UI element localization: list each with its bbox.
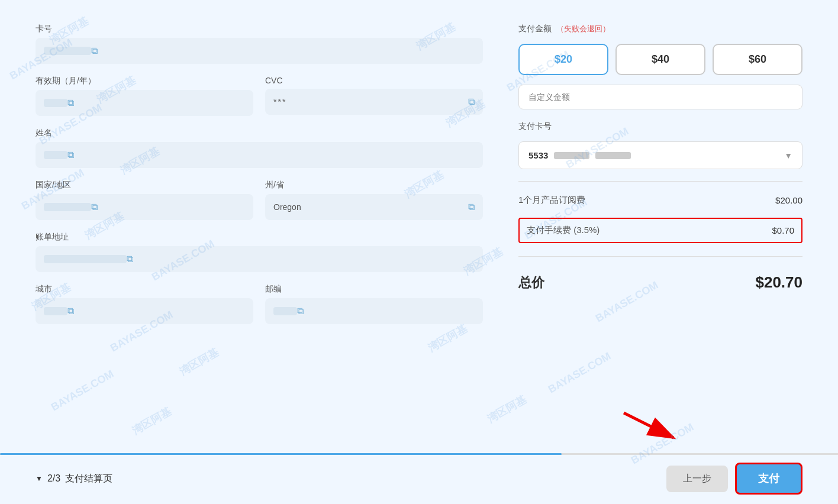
card-number-prefix: 5533 (528, 150, 548, 160)
prev-button[interactable]: 上一步 (666, 466, 728, 492)
left-panel: 卡号 ⧉ 有效期（月/年） ⧉ CVC ** (36, 24, 483, 441)
city-group: 城市 ⧉ (36, 284, 253, 324)
cvc-copy-icon[interactable]: ⧉ (468, 96, 475, 107)
page-container: 卡号 ⧉ 有效期（月/年） ⧉ CVC ** (0, 0, 838, 504)
card-number-blurred (44, 47, 91, 55)
progress-bar-fill (0, 453, 562, 455)
card-number-right-label: 支付卡号 (518, 121, 802, 132)
amount-btn-40[interactable]: $40 (615, 44, 705, 75)
zip-group: 邮编 ⧉ (265, 284, 483, 324)
step-triangle-icon: ▼ (36, 474, 43, 483)
state-label: 州/省 (265, 180, 483, 190)
bottom-actions: 上一步 支付 (666, 463, 802, 495)
name-group: 姓名 ⧉ (36, 128, 483, 168)
progress-bar-container (0, 453, 838, 455)
country-label: 国家/地区 (36, 180, 253, 190)
state-group: 州/省 Oregon ⧉ (265, 180, 483, 220)
step-indicator: ▼ 2/3 支付结算页 (36, 473, 112, 485)
card-number-blurred-2 (595, 152, 631, 159)
city-blurred (44, 307, 67, 315)
card-number-group: 卡号 ⧉ (36, 24, 483, 64)
amount-btn-60[interactable]: $60 (713, 44, 802, 75)
total-row: 总价 $20.70 (518, 269, 802, 296)
country-input-wrapper[interactable]: ⧉ (36, 194, 253, 220)
amount-buttons: $20 $40 $60 (518, 44, 802, 75)
state-value: Oregon (273, 202, 468, 212)
refund-note: （失败会退回） (556, 24, 610, 34)
cvc-label: CVC (265, 76, 483, 85)
card-select-dropdown[interactable]: 5533 ▼ (518, 141, 802, 169)
expiry-label: 有效期（月/年） (36, 76, 253, 86)
address-label: 账单地址 (36, 232, 483, 243)
city-input-wrapper[interactable]: ⧉ (36, 298, 253, 324)
expiry-blurred (44, 99, 67, 107)
divider-2 (518, 256, 802, 257)
state-input-wrapper[interactable]: Oregon ⧉ (265, 194, 483, 220)
card-number-blurred-1 (554, 152, 589, 159)
city-label: 城市 (36, 284, 253, 295)
fee-value: $0.70 (772, 225, 794, 235)
custom-amount-input[interactable] (518, 85, 802, 109)
amount-btn-20[interactable]: $20 (518, 44, 608, 75)
address-blurred (44, 255, 127, 263)
cvc-value: *** (273, 97, 468, 106)
subscription-label: 1个月产品订阅费 (518, 195, 585, 206)
fee-label: 支付手续费 (3.5%) (527, 225, 600, 236)
city-copy-icon[interactable]: ⧉ (67, 306, 74, 316)
fee-row-highlight: 支付手续费 (3.5%) $0.70 (518, 218, 802, 243)
name-blurred (44, 151, 67, 159)
zip-label: 邮编 (265, 284, 483, 295)
country-state-row: 国家/地区 ⧉ 州/省 Oregon ⧉ (36, 180, 483, 220)
country-group: 国家/地区 ⧉ (36, 180, 253, 220)
expiry-copy-icon[interactable]: ⧉ (67, 98, 74, 108)
card-number-input-wrapper[interactable]: ⧉ (36, 38, 483, 64)
country-blurred (44, 203, 91, 211)
right-panel: 支付金额 （失败会退回） $20 $40 $60 支付卡号 5533 ▼ (518, 24, 802, 441)
expiry-group: 有效期（月/年） ⧉ (36, 76, 253, 116)
payment-amount-section: 支付金额 （失败会退回） (518, 24, 802, 34)
zip-input-wrapper[interactable]: ⧉ (265, 298, 483, 324)
expiry-input-wrapper[interactable]: ⧉ (36, 90, 253, 116)
total-value: $20.70 (755, 273, 802, 292)
address-input-wrapper[interactable]: ⧉ (36, 246, 483, 272)
subscription-row: 1个月产品订阅费 $20.00 (518, 193, 802, 207)
cvc-input-wrapper[interactable]: *** ⧉ (265, 89, 483, 115)
card-select-left: 5533 (528, 150, 631, 160)
expiry-cvc-row: 有效期（月/年） ⧉ CVC *** ⧉ (36, 76, 483, 116)
state-copy-icon[interactable]: ⧉ (468, 202, 475, 212)
divider-1 (518, 181, 802, 182)
card-number-copy-icon[interactable]: ⧉ (91, 46, 98, 56)
address-copy-icon[interactable]: ⧉ (127, 254, 133, 264)
name-input-wrapper[interactable]: ⧉ (36, 142, 483, 168)
subscription-price: $20.00 (775, 195, 802, 205)
city-zip-row: 城市 ⧉ 邮编 ⧉ (36, 284, 483, 324)
country-copy-icon[interactable]: ⧉ (91, 202, 98, 212)
bottom-bar: ▼ 2/3 支付结算页 上一步 支付 (0, 453, 838, 504)
zip-blurred (273, 307, 297, 315)
card-number-label: 卡号 (36, 24, 483, 34)
name-copy-icon[interactable]: ⧉ (67, 150, 74, 160)
chevron-down-icon: ▼ (784, 151, 792, 160)
red-arrow-icon (613, 409, 684, 445)
step-label: 支付结算页 (65, 473, 112, 485)
payment-amount-label: 支付金额 (518, 24, 552, 34)
zip-copy-icon[interactable]: ⧉ (297, 306, 304, 316)
main-content: 卡号 ⧉ 有效期（月/年） ⧉ CVC ** (0, 0, 838, 453)
cvc-group: CVC *** ⧉ (265, 76, 483, 116)
name-label: 姓名 (36, 128, 483, 138)
step-number: 2/3 (47, 473, 60, 484)
total-label: 总价 (518, 274, 544, 292)
address-group: 账单地址 ⧉ (36, 232, 483, 272)
pay-button[interactable]: 支付 (735, 463, 802, 495)
svg-line-1 (624, 413, 673, 438)
